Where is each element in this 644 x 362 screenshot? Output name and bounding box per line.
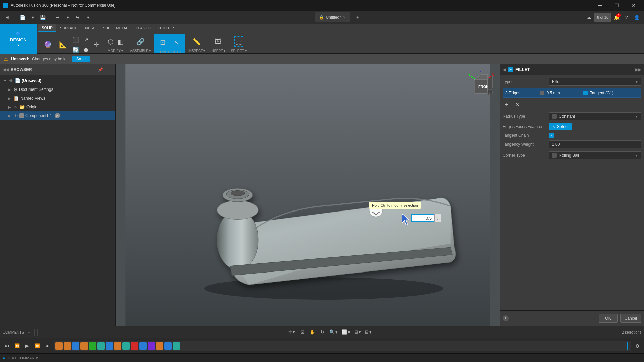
timeline-item-6[interactable] (106, 342, 113, 350)
browser-pin-button[interactable]: 📌 (97, 66, 104, 73)
notification-button[interactable]: 🔔 1 (612, 13, 621, 22)
modify-label[interactable]: MODIFY ▾ (108, 48, 123, 53)
design-button[interactable]: 🔷 DESIGN ▼ (0, 24, 37, 54)
measure-button[interactable]: 📏 (192, 37, 201, 46)
remove-edge-set-button[interactable]: ✕ (513, 100, 521, 108)
minimize-button[interactable]: ─ (592, 0, 608, 11)
fillet-edges-row[interactable]: 3 Edges 0.5 mm Tangent (G1) (503, 88, 641, 98)
tl-play-button[interactable]: ▶ (23, 342, 32, 350)
chamfer-button[interactable]: ◧ (116, 37, 125, 46)
timeline-item-4[interactable] (89, 342, 96, 350)
tab-mesh[interactable]: MESH (82, 24, 99, 32)
tl-go-start-button[interactable]: ⏮ (3, 342, 11, 350)
tree-item-named-views[interactable]: ▶ 📋 Named Views (0, 94, 115, 103)
extrude-button[interactable]: ⬛ (71, 35, 80, 44)
save-toolbar-button[interactable]: 💾 (38, 13, 47, 22)
add-comment-button[interactable]: ＋ (25, 329, 32, 336)
joint-button[interactable]: 🔗 (136, 37, 145, 46)
tree-item-root[interactable]: ▼ 👁 📄 (Unsaved) (0, 76, 115, 85)
insert-image-button[interactable]: 🖼 (213, 37, 223, 46)
pan-tool[interactable]: ✋ (308, 328, 317, 337)
timeline-item-1[interactable] (64, 342, 71, 350)
inspect-label[interactable]: INSPECT ▾ (188, 48, 205, 53)
new-component-button[interactable]: 🔮 (40, 37, 55, 52)
move-button[interactable]: ✛ (91, 40, 101, 49)
add-edge-set-button[interactable]: ＋ (503, 100, 511, 108)
fillet-button[interactable]: ⬡ (106, 37, 115, 46)
tab-solid[interactable]: SOLID (38, 24, 56, 32)
capture-image-tool[interactable]: ⊡ (298, 328, 307, 337)
tree-item-component1[interactable]: ▶ 👁 Component1:1 ◎ (0, 111, 115, 120)
type-dropdown[interactable]: Fillet ▼ (549, 78, 641, 86)
undo-dropdown[interactable]: ▾ (63, 13, 72, 22)
create-sketch-button[interactable]: 📐 (56, 37, 70, 52)
tree-arrow-component1[interactable]: ▶ (7, 113, 12, 118)
timeline-item-0[interactable]: ⋯ (55, 342, 63, 350)
tab-close-button[interactable]: ✕ (343, 15, 346, 19)
maximize-button[interactable]: ☐ (609, 0, 625, 11)
new-button[interactable]: 📄 (18, 13, 27, 22)
assemble-label[interactable]: ASSEMBLE ▾ (130, 48, 151, 53)
timeline-item-11[interactable] (148, 342, 155, 350)
close-button[interactable]: ✕ (626, 0, 641, 11)
save-button[interactable]: Save (72, 56, 90, 62)
undo-button[interactable]: ↩ (53, 13, 62, 22)
count-badge[interactable]: 8 of 10 (594, 13, 611, 22)
select-box-button[interactable]: ⬚ (234, 37, 244, 46)
timeline-item-2[interactable] (72, 342, 79, 350)
revolve-button[interactable]: 🔄 (71, 45, 80, 53)
display-mode-tool[interactable]: ⬜ ▾ (340, 328, 352, 337)
insert-label[interactable]: INSERT ▾ (211, 48, 225, 53)
tab-surface[interactable]: SURFACE (57, 24, 81, 32)
zoom-tool[interactable]: 🔍 ▾ (328, 328, 339, 337)
open-button[interactable]: ▾ (28, 13, 37, 22)
timeline-item-7[interactable] (114, 342, 121, 350)
panel-collapse-button[interactable]: ◀ (503, 67, 506, 72)
cloud-button[interactable]: ☁ (584, 13, 594, 22)
timeline-item-13[interactable] (164, 342, 172, 350)
tree-item-doc-settings[interactable]: ▶ ⚙ Document Settings (0, 85, 115, 94)
sweep-button[interactable]: ↗ (81, 35, 91, 44)
timeline-item-10[interactable] (139, 342, 147, 350)
timeline-item-14[interactable] (173, 342, 180, 350)
tab-sheet-metal[interactable]: SHEET METAL (100, 24, 131, 32)
help-button[interactable]: ? (622, 13, 631, 22)
snap-tool[interactable]: ✛ ▾ (287, 328, 297, 337)
value-input-menu[interactable]: ⋮ (434, 214, 441, 222)
tab-utilities[interactable]: UTILITIES (155, 24, 179, 32)
orbit-tool[interactable]: ↻ (318, 328, 327, 337)
timeline-item-3[interactable] (80, 342, 88, 350)
ok-button[interactable]: OK (599, 314, 617, 323)
tree-item-origin[interactable]: ▶ 👁 📁 Origin (0, 103, 115, 111)
viewport-layout-tool[interactable]: ⊟ ▾ (364, 328, 373, 337)
timeline-item-5[interactable] (97, 342, 105, 350)
tangency-weight-input[interactable] (549, 140, 641, 148)
tangent-chain-checkbox[interactable]: ✓ (549, 133, 554, 138)
tree-arrow-origin[interactable]: ▶ (7, 105, 12, 109)
select-label[interactable]: SELECT ▾ (231, 48, 247, 53)
browser-resize-handle[interactable]: | (105, 66, 113, 73)
user-button[interactable]: 👤 (632, 13, 641, 22)
construct-plane-button[interactable]: ⊡ (156, 35, 170, 50)
panel-expand-button[interactable]: ▶▶ (635, 67, 641, 72)
view-cube[interactable]: X Y Z FRONT ⌂ (468, 70, 494, 97)
tl-next-button[interactable]: ⏩ (33, 342, 42, 350)
grid-menu-button[interactable]: ⊞ (3, 13, 12, 22)
timeline-item-8[interactable] (122, 342, 130, 350)
radius-type-dropdown[interactable]: Constant ▼ (549, 112, 641, 120)
redo-button[interactable]: ↪ (73, 13, 83, 22)
cancel-button[interactable]: Cancel (620, 314, 641, 323)
tree-arrow-named-views[interactable]: ▶ (7, 96, 12, 101)
select-edges-button[interactable]: ↖ Select (549, 123, 572, 130)
timeline-settings-button[interactable]: ⚙ (633, 342, 641, 350)
tab-plastic[interactable]: PLASTIC (132, 24, 154, 32)
loft-button[interactable]: ⬟ (81, 45, 91, 53)
grid-tool[interactable]: ⊞ ▾ (353, 328, 362, 337)
tree-arrow-doc-settings[interactable]: ▶ (7, 87, 12, 92)
radius-value-input[interactable] (411, 214, 434, 222)
redo-dropdown[interactable]: ▾ (83, 13, 93, 22)
tl-prev-button[interactable]: ⏪ (13, 342, 21, 350)
timeline-item-12[interactable] (156, 342, 163, 350)
viewport[interactable]: Hold Ctrl to modify selection ⋮ X Y Z FR… (116, 64, 500, 326)
timeline-playhead[interactable] (627, 342, 628, 350)
